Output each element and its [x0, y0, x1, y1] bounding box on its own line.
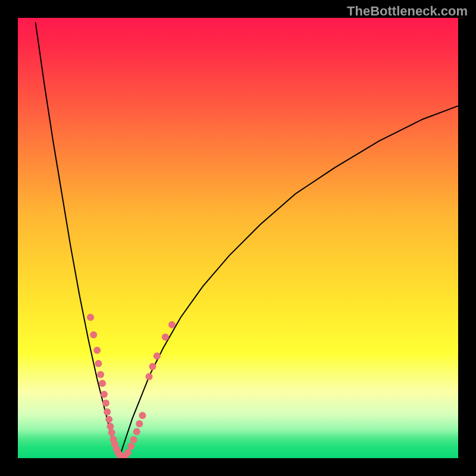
bottleneck-curve	[119, 106, 458, 458]
data-point	[162, 334, 169, 341]
data-point	[146, 373, 153, 380]
data-point	[93, 347, 101, 354]
data-point	[168, 321, 176, 328]
data-point	[105, 416, 112, 423]
data-point	[90, 331, 97, 339]
data-point	[95, 360, 102, 367]
data-point	[97, 371, 104, 378]
data-point	[130, 436, 137, 443]
data-point	[102, 400, 109, 407]
data-point	[99, 380, 106, 387]
chart-curves	[18, 18, 458, 458]
watermark-text: TheBottleneck.com	[347, 4, 468, 19]
data-point	[136, 420, 143, 427]
data-point	[124, 449, 131, 456]
data-point	[104, 408, 111, 415]
data-point	[107, 423, 114, 430]
data-point	[133, 428, 140, 436]
data-point	[127, 443, 134, 450]
data-point	[101, 391, 108, 398]
chart-container	[18, 18, 458, 458]
data-point	[87, 314, 94, 321]
data-point	[139, 412, 146, 419]
data-point	[108, 429, 115, 436]
data-point	[149, 363, 156, 370]
data-point	[154, 352, 161, 359]
